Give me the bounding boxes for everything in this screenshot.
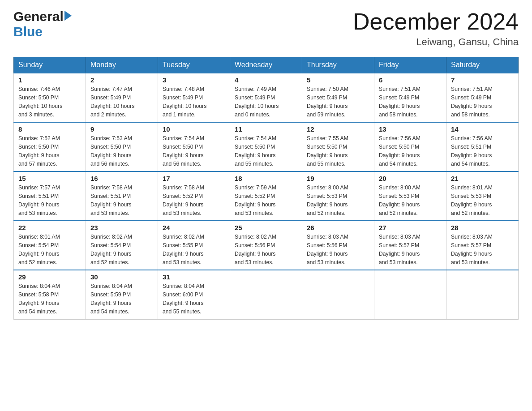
- day-number: 15: [18, 175, 81, 182]
- calendar-cell: [374, 270, 446, 319]
- page-header: General Blue December 2024 Leiwang, Gans…: [13, 9, 519, 48]
- day-number: 14: [451, 125, 514, 133]
- logo-blue-label: Blue: [13, 24, 43, 39]
- calendar-cell: 10Sunrise: 7:54 AM Sunset: 5:50 PM Dayli…: [158, 122, 230, 171]
- day-info: Sunrise: 8:03 AM Sunset: 5:57 PM Dayligh…: [379, 233, 442, 267]
- calendar-week-row: 22Sunrise: 8:01 AM Sunset: 5:54 PM Dayli…: [14, 221, 519, 270]
- header-thursday: Thursday: [302, 57, 374, 73]
- day-info: Sunrise: 7:56 AM Sunset: 5:50 PM Dayligh…: [379, 134, 442, 168]
- day-number: 1: [18, 76, 81, 84]
- calendar-cell: 11Sunrise: 7:54 AM Sunset: 5:50 PM Dayli…: [230, 122, 302, 171]
- day-number: 12: [307, 125, 369, 133]
- day-number: 26: [307, 224, 369, 231]
- title-block: December 2024 Leiwang, Gansu, China: [353, 9, 519, 48]
- calendar-week-row: 15Sunrise: 7:57 AM Sunset: 5:51 PM Dayli…: [14, 171, 519, 221]
- day-number: 16: [90, 175, 153, 182]
- month-title: December 2024: [353, 9, 519, 34]
- calendar-cell: 19Sunrise: 8:00 AM Sunset: 5:53 PM Dayli…: [302, 171, 374, 221]
- day-number: 13: [379, 125, 442, 133]
- calendar-cell: 31Sunrise: 8:04 AM Sunset: 6:00 PM Dayli…: [158, 270, 230, 319]
- calendar-cell: 6Sunrise: 7:51 AM Sunset: 5:49 PM Daylig…: [374, 73, 446, 122]
- calendar-cell: 22Sunrise: 8:01 AM Sunset: 5:54 PM Dayli…: [14, 221, 86, 270]
- logo: General Blue: [13, 9, 72, 39]
- calendar-cell: 21Sunrise: 8:01 AM Sunset: 5:53 PM Dayli…: [446, 171, 519, 221]
- calendar-cell: 8Sunrise: 7:52 AM Sunset: 5:50 PM Daylig…: [14, 122, 86, 171]
- day-info: Sunrise: 7:46 AM Sunset: 5:50 PM Dayligh…: [18, 85, 81, 119]
- day-number: 9: [90, 125, 153, 133]
- day-number: 30: [90, 273, 153, 281]
- day-info: Sunrise: 7:55 AM Sunset: 5:50 PM Dayligh…: [307, 134, 369, 168]
- calendar-cell: 29Sunrise: 8:04 AM Sunset: 5:58 PM Dayli…: [14, 270, 86, 319]
- calendar-cell: 28Sunrise: 8:03 AM Sunset: 5:57 PM Dayli…: [446, 221, 519, 270]
- calendar-cell: 7Sunrise: 7:51 AM Sunset: 5:49 PM Daylig…: [446, 73, 519, 122]
- calendar-cell: 16Sunrise: 7:58 AM Sunset: 5:51 PM Dayli…: [86, 171, 158, 221]
- header-row: Sunday Monday Tuesday Wednesday Thursday…: [14, 57, 519, 73]
- day-number: 22: [18, 224, 81, 231]
- day-info: Sunrise: 7:49 AM Sunset: 5:49 PM Dayligh…: [235, 85, 297, 119]
- day-info: Sunrise: 7:54 AM Sunset: 5:50 PM Dayligh…: [163, 134, 225, 168]
- day-info: Sunrise: 8:02 AM Sunset: 5:56 PM Dayligh…: [235, 233, 297, 267]
- calendar-header: Sunday Monday Tuesday Wednesday Thursday…: [14, 57, 519, 73]
- logo-blue-text: Blue: [13, 24, 43, 39]
- day-number: 19: [307, 175, 369, 182]
- calendar-body: 1Sunrise: 7:46 AM Sunset: 5:50 PM Daylig…: [14, 73, 519, 319]
- day-number: 24: [163, 224, 225, 231]
- calendar-cell: 17Sunrise: 7:58 AM Sunset: 5:52 PM Dayli…: [158, 171, 230, 221]
- calendar-cell: 2Sunrise: 7:47 AM Sunset: 5:49 PM Daylig…: [86, 73, 158, 122]
- calendar-cell: 23Sunrise: 8:02 AM Sunset: 5:54 PM Dayli…: [86, 221, 158, 270]
- calendar-cell: 27Sunrise: 8:03 AM Sunset: 5:57 PM Dayli…: [374, 221, 446, 270]
- day-info: Sunrise: 8:04 AM Sunset: 5:59 PM Dayligh…: [90, 282, 153, 316]
- calendar-cell: 24Sunrise: 8:02 AM Sunset: 5:55 PM Dayli…: [158, 221, 230, 270]
- day-info: Sunrise: 7:51 AM Sunset: 5:49 PM Dayligh…: [379, 85, 442, 119]
- day-number: 28: [451, 224, 514, 231]
- calendar-cell: 5Sunrise: 7:50 AM Sunset: 5:49 PM Daylig…: [302, 73, 374, 122]
- header-tuesday: Tuesday: [158, 57, 230, 73]
- day-info: Sunrise: 7:54 AM Sunset: 5:50 PM Dayligh…: [235, 134, 297, 168]
- day-info: Sunrise: 8:03 AM Sunset: 5:57 PM Dayligh…: [451, 233, 514, 267]
- calendar-cell: 14Sunrise: 7:56 AM Sunset: 5:51 PM Dayli…: [446, 122, 519, 171]
- day-info: Sunrise: 7:59 AM Sunset: 5:52 PM Dayligh…: [235, 184, 297, 218]
- logo-general-text: General: [13, 9, 64, 24]
- day-number: 27: [379, 224, 442, 231]
- day-info: Sunrise: 8:02 AM Sunset: 5:54 PM Dayligh…: [90, 233, 153, 267]
- day-info: Sunrise: 8:02 AM Sunset: 5:55 PM Dayligh…: [163, 233, 225, 267]
- day-info: Sunrise: 8:03 AM Sunset: 5:56 PM Dayligh…: [307, 233, 369, 267]
- location-title: Leiwang, Gansu, China: [353, 36, 519, 48]
- day-info: Sunrise: 7:51 AM Sunset: 5:49 PM Dayligh…: [451, 85, 514, 119]
- calendar-cell: 13Sunrise: 7:56 AM Sunset: 5:50 PM Dayli…: [374, 122, 446, 171]
- day-number: 6: [379, 76, 442, 84]
- day-number: 18: [235, 175, 297, 182]
- day-number: 8: [18, 125, 81, 133]
- day-info: Sunrise: 8:00 AM Sunset: 5:53 PM Dayligh…: [379, 184, 442, 218]
- calendar-week-row: 1Sunrise: 7:46 AM Sunset: 5:50 PM Daylig…: [14, 73, 519, 122]
- day-number: 10: [163, 125, 225, 133]
- day-number: 20: [379, 175, 442, 182]
- logo-row: General: [13, 9, 72, 24]
- calendar-cell: 15Sunrise: 7:57 AM Sunset: 5:51 PM Dayli…: [14, 171, 86, 221]
- day-number: 25: [235, 224, 297, 231]
- day-info: Sunrise: 7:56 AM Sunset: 5:51 PM Dayligh…: [451, 134, 514, 168]
- calendar-cell: 1Sunrise: 7:46 AM Sunset: 5:50 PM Daylig…: [14, 73, 86, 122]
- calendar-table: Sunday Monday Tuesday Wednesday Thursday…: [13, 57, 519, 320]
- header-monday: Monday: [86, 57, 158, 73]
- day-number: 7: [451, 76, 514, 84]
- day-info: Sunrise: 8:04 AM Sunset: 5:58 PM Dayligh…: [18, 282, 81, 316]
- day-info: Sunrise: 7:57 AM Sunset: 5:51 PM Dayligh…: [18, 184, 81, 218]
- calendar-week-row: 8Sunrise: 7:52 AM Sunset: 5:50 PM Daylig…: [14, 122, 519, 171]
- calendar-cell: 3Sunrise: 7:48 AM Sunset: 5:49 PM Daylig…: [158, 73, 230, 122]
- day-number: 3: [163, 76, 225, 84]
- day-info: Sunrise: 7:50 AM Sunset: 5:49 PM Dayligh…: [307, 85, 369, 119]
- logo-arrow-icon: [64, 11, 72, 21]
- day-info: Sunrise: 8:00 AM Sunset: 5:53 PM Dayligh…: [307, 184, 369, 218]
- day-info: Sunrise: 7:53 AM Sunset: 5:50 PM Dayligh…: [90, 134, 153, 168]
- calendar-cell: 30Sunrise: 8:04 AM Sunset: 5:59 PM Dayli…: [86, 270, 158, 319]
- day-number: 29: [18, 273, 81, 281]
- day-info: Sunrise: 7:52 AM Sunset: 5:50 PM Dayligh…: [18, 134, 81, 168]
- day-number: 5: [307, 76, 369, 84]
- day-number: 17: [163, 175, 225, 182]
- day-number: 23: [90, 224, 153, 231]
- calendar-cell: 12Sunrise: 7:55 AM Sunset: 5:50 PM Dayli…: [302, 122, 374, 171]
- day-number: 2: [90, 76, 153, 84]
- day-info: Sunrise: 8:01 AM Sunset: 5:53 PM Dayligh…: [451, 184, 514, 218]
- day-info: Sunrise: 8:01 AM Sunset: 5:54 PM Dayligh…: [18, 233, 81, 267]
